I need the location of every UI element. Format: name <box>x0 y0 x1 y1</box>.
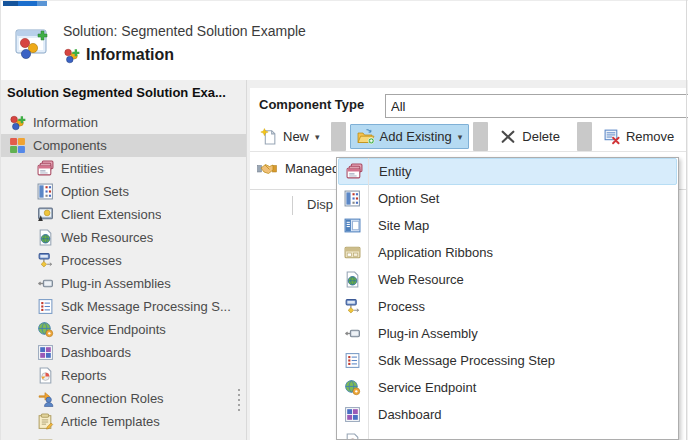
sdk-step-icon <box>37 298 54 315</box>
sidebar-item[interactable]: Sdk Message Processing S... <box>1 295 246 318</box>
component-type-row: Component Type <box>250 88 687 122</box>
menu-item-label: Sdk Message Processing Step <box>378 353 555 368</box>
service-endpoint-icon <box>344 379 361 396</box>
sidebar-item[interactable]: Entities <box>1 157 246 180</box>
managed-properties-button[interactable]: Managed <box>253 158 343 179</box>
page-subtitle: Information <box>86 46 174 64</box>
sidebar-item-label: Connection Roles <box>61 391 164 406</box>
toolbar-button[interactable] <box>577 122 592 151</box>
sidebar-item-label: Dashboards <box>61 345 131 360</box>
sdk-step-icon <box>344 352 361 369</box>
report-icon <box>37 367 54 384</box>
sidebar-item[interactable]: Web Resources <box>1 226 246 249</box>
splitter-gripper[interactable] <box>235 388 243 412</box>
toolbar-button[interactable]: Delete <box>492 124 573 149</box>
option-set-icon <box>37 183 54 200</box>
sidebar-item-label: Entities <box>61 161 104 176</box>
sidebar-item[interactable]: Article Templates <box>1 410 246 433</box>
menu-item[interactable]: Entity <box>338 158 677 185</box>
sidebar-item[interactable]: Processes <box>1 249 246 272</box>
sidebar-item[interactable] <box>1 433 246 440</box>
toolbar-button-label: New <box>283 129 309 144</box>
toolbar-button[interactable] <box>473 122 488 151</box>
sidebar: Solution Segmented Solution Exa... Infor… <box>1 80 247 440</box>
menu-item-label: Application Ribbons <box>378 245 493 260</box>
menu-item-label: Plug-in Assembly <box>378 326 478 341</box>
solution-balls-icon <box>9 114 26 131</box>
solution-window-icon <box>14 26 50 62</box>
chevron-down-icon: ▾ <box>315 132 320 142</box>
sidebar-item[interactable]: Dashboards <box>1 341 246 364</box>
page-header: Solution: Segmented Solution Example Inf… <box>1 6 688 80</box>
sidebar-item[interactable]: Client Extensions <box>1 203 246 226</box>
sidebar-item[interactable]: Option Sets <box>1 180 246 203</box>
window-right-edge <box>686 0 687 440</box>
sidebar-item-label: Reports <box>61 368 107 383</box>
menu-item[interactable]: Application Ribbons <box>337 239 678 266</box>
managed-properties-label: Managed <box>285 161 339 176</box>
sidebar-item-label: Service Endpoints <box>61 322 166 337</box>
sidebar-item[interactable]: Service Endpoints <box>1 318 246 341</box>
component-type-field[interactable] <box>385 94 688 118</box>
new-icon <box>260 128 278 145</box>
sidebar-header: Solution Segmented Solution Exa... <box>1 80 246 100</box>
remove-icon <box>603 128 621 145</box>
plugin-icon <box>37 275 54 292</box>
solution-balls-icon <box>63 47 80 64</box>
menu-item-label: Site Map <box>378 218 429 233</box>
solution-editor-window: Solution: Segmented Solution Example Inf… <box>0 0 688 440</box>
service-endpoint-icon <box>37 321 54 338</box>
menu-item-label: Web Resource <box>378 272 464 287</box>
sidebar-item[interactable]: Information <box>1 111 246 134</box>
toolbar-button-label: Add Existing <box>380 129 452 144</box>
menu-item[interactable]: Option Set <box>337 185 678 212</box>
web-resource-icon <box>37 229 54 246</box>
menu-item-label: Dashboard <box>378 407 442 422</box>
toolbar-button[interactable]: Remove <box>596 124 687 149</box>
client-extensions-icon <box>37 206 54 223</box>
menu-list: Entity Option Set Site Map Application R… <box>337 158 678 440</box>
managed-properties-icon <box>257 160 277 177</box>
menu-item[interactable] <box>337 428 678 440</box>
menu-item[interactable]: Process <box>337 293 678 320</box>
menu-item-label: Option Set <box>378 191 439 206</box>
page-subtitle-row: Information <box>63 46 174 64</box>
report-icon <box>344 433 361 440</box>
add-existing-dropdown-menu: Entity Option Set Site Map Application R… <box>336 157 679 440</box>
column-divider <box>292 196 293 215</box>
sidebar-list: Information Components Entities Option S… <box>1 111 246 440</box>
sidebar-item[interactable]: Connection Roles <box>1 387 246 410</box>
sidebar-item-label: Option Sets <box>61 184 129 199</box>
menu-item[interactable]: Site Map <box>337 212 678 239</box>
sidebar-item[interactable]: Reports <box>1 364 246 387</box>
entity-icon <box>37 160 54 177</box>
menu-item[interactable]: Service Endpoint <box>337 374 678 401</box>
toolbar-button-label: Delete <box>522 129 560 144</box>
toolbar-button[interactable] <box>331 122 346 151</box>
menu-item[interactable]: Web Resource <box>337 266 678 293</box>
delete-icon <box>499 128 517 145</box>
entity-icon <box>346 163 363 180</box>
sitemap-icon <box>344 217 361 234</box>
web-resource-icon <box>344 271 361 288</box>
menu-item[interactable]: Dashboard <box>337 401 678 428</box>
menu-item-label: Process <box>378 299 425 314</box>
sidebar-item[interactable]: Components <box>1 134 246 157</box>
app-ribbons-icon <box>344 244 361 261</box>
add-existing-icon <box>357 128 375 145</box>
display-name-column-header[interactable]: Disp <box>307 197 333 212</box>
menu-item[interactable]: Plug-in Assembly <box>337 320 678 347</box>
sidebar-item-label: Client Extensions <box>61 207 161 222</box>
toolbar-button[interactable]: New ▾ <box>253 124 327 149</box>
sidebar-item-label: Article Templates <box>61 414 160 429</box>
dashboard-icon <box>344 406 361 423</box>
toolbar-button[interactable]: Add Existing ▾ <box>350 124 470 149</box>
sidebar-item-label: Components <box>33 138 107 153</box>
sidebar-item-label: Information <box>33 115 98 130</box>
process-icon <box>37 252 54 269</box>
sidebar-item-label: Plug-in Assemblies <box>61 276 171 291</box>
menu-item-label: Entity <box>379 164 412 179</box>
menu-item[interactable]: Sdk Message Processing Step <box>337 347 678 374</box>
sidebar-item[interactable]: Plug-in Assemblies <box>1 272 246 295</box>
menu-item-label: Service Endpoint <box>378 380 476 395</box>
